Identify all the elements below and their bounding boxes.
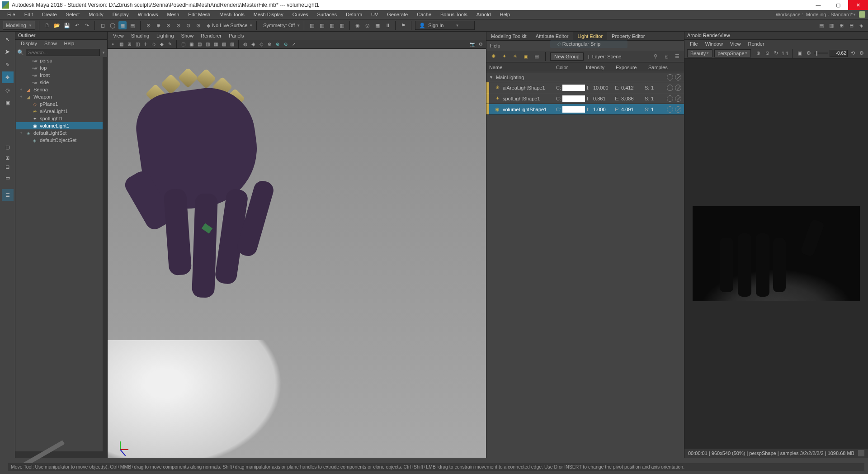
col-name[interactable]: Name <box>489 65 556 70</box>
light-enable-icon[interactable] <box>667 85 673 91</box>
menu-bonustools[interactable]: Bonus Tools <box>436 11 472 18</box>
outliner-item[interactable]: ▪▰side <box>16 79 103 86</box>
snap-proj-icon[interactable]: ⊛ <box>194 21 202 29</box>
snap-curve-icon[interactable]: ▤ <box>128 21 137 29</box>
snap-grid-icon[interactable]: ▦ <box>118 21 127 29</box>
menu-file[interactable]: File <box>3 11 20 18</box>
light-row[interactable]: ✦spotLightShape1C:I:0.861E:3.086S:1 <box>486 93 684 104</box>
outliner-item[interactable]: +◢Senna <box>16 86 103 93</box>
vp-ic-1[interactable]: ⌖ <box>109 41 117 48</box>
menu-meshtools[interactable]: Mesh Tools <box>215 11 249 18</box>
timeline-ic3[interactable]: ▥ <box>328 21 336 29</box>
light-isolate-icon[interactable] <box>675 106 681 113</box>
tab-modeling-toolkit[interactable]: Modeling Toolkit <box>486 32 531 40</box>
outliner-item[interactable]: +◈defaultLightSet <box>16 129 103 137</box>
aov-dropdown[interactable]: Beauty▼ <box>687 49 712 57</box>
layer-label[interactable]: Layer: Scene <box>592 54 622 59</box>
select-mode-icon[interactable]: ◻ <box>99 21 107 29</box>
shelf-ic-a[interactable]: ▤ <box>817 21 826 29</box>
search-chevron-icon[interactable]: ▼ <box>102 51 105 55</box>
rv-exposure-slider[interactable] <box>814 52 828 54</box>
snap-point-icon[interactable]: ⊙ <box>144 21 152 29</box>
workspace-chevron-icon[interactable]: ▼ <box>853 13 856 17</box>
outliner-toggle-icon[interactable]: ☰ <box>2 189 14 201</box>
render-ic3[interactable]: ▦ <box>373 21 382 29</box>
symmetry-dropdown[interactable]: Symmetry: Off▼ <box>263 23 300 28</box>
menu-deform[interactable]: Deform <box>341 11 367 18</box>
menu-mesh[interactable]: Mesh <box>162 11 184 18</box>
select-tool-icon[interactable]: ↖ <box>2 33 14 45</box>
signin-button[interactable]: 👤 Sign In ▼ <box>415 21 475 30</box>
vp-ic-12[interactable]: ▥ <box>204 41 211 48</box>
outliner-menu-display[interactable]: Display <box>18 41 40 47</box>
open-scene-icon[interactable]: 📂 <box>53 21 61 29</box>
vp-ic-17[interactable]: ◉ <box>250 41 257 48</box>
menu-display[interactable]: Display <box>108 11 133 18</box>
vp-menu-show[interactable]: Show <box>179 33 197 38</box>
menu-create[interactable]: Create <box>38 11 61 18</box>
timeline-ic1[interactable]: ▥ <box>308 21 316 29</box>
lasso-tool-icon[interactable]: ⮞ <box>2 46 14 58</box>
rv-exposure-input[interactable] <box>830 50 848 57</box>
menu-help[interactable]: Help <box>495 11 515 18</box>
workspace-value[interactable]: Modeling - Standard* <box>806 12 853 17</box>
close-button[interactable]: ✕ <box>848 0 868 10</box>
menu-meshdisplay[interactable]: Mesh Display <box>249 11 288 18</box>
light-enable-icon[interactable] <box>667 106 673 113</box>
snap-live-icon[interactable]: ⊘ <box>174 21 182 29</box>
rv-region-icon[interactable]: ⊙ <box>764 49 771 57</box>
group-isolate-icon[interactable] <box>675 74 681 81</box>
outliner-item[interactable]: ▪▰top <box>16 64 103 71</box>
viewport-3d[interactable] <box>108 49 486 458</box>
group-enable-icon[interactable] <box>667 74 673 81</box>
lock-icon[interactable] <box>859 11 865 18</box>
snap-mag-icon[interactable]: ⊚ <box>184 21 192 29</box>
outliner-item[interactable]: ◇pPlane1 <box>16 100 103 108</box>
menu-select[interactable]: Select <box>61 11 85 18</box>
shelf-ic-d[interactable]: ⊟ <box>847 21 855 29</box>
shelf-ic-e[interactable]: ◈ <box>857 21 865 29</box>
vp-menu-shading[interactable]: Shading <box>128 33 152 38</box>
vp-ic-22[interactable]: ↗ <box>290 41 297 48</box>
outliner-item[interactable]: +◢Weapon <box>16 93 103 100</box>
new-group-button[interactable]: New Group <box>550 52 584 61</box>
col-samples[interactable]: Samples <box>648 65 668 70</box>
renderview-canvas[interactable] <box>684 59 868 449</box>
scale-tool-icon[interactable]: ▣ <box>2 97 14 109</box>
render-flag-icon[interactable]: ⚑ <box>399 21 407 29</box>
menu-generate[interactable]: Generate <box>382 11 412 18</box>
menu-modify[interactable]: Modify <box>84 11 108 18</box>
menu-surfaces[interactable]: Surfaces <box>313 11 341 18</box>
color-swatch[interactable] <box>562 95 585 102</box>
vp-menu-view[interactable]: View <box>110 33 127 38</box>
vp-ic-14[interactable]: ▧ <box>220 41 227 48</box>
outliner-item[interactable]: ▪▰persp <box>16 57 103 64</box>
rv-reset-icon[interactable]: ⟲ <box>849 49 857 57</box>
layout-single-icon[interactable]: ▢ <box>2 141 14 153</box>
render-ic2[interactable]: ◎ <box>363 21 372 29</box>
light-group-name[interactable]: MainLighting <box>496 75 524 80</box>
outliner-hscrollbar[interactable] <box>15 451 107 458</box>
vp-ic-11[interactable]: ▤ <box>196 41 203 48</box>
le-options-icon[interactable]: ☰ <box>673 52 681 61</box>
tab-property-editor[interactable]: Property Editor <box>607 32 649 40</box>
vp-ic-20[interactable]: ⊜ <box>274 41 281 48</box>
vp-ic-cam[interactable]: 📷 <box>469 41 476 48</box>
shelf-ic-c[interactable]: ⊞ <box>837 21 845 29</box>
rv-menu-window[interactable]: Window <box>703 41 726 47</box>
light-isolate-icon[interactable] <box>675 85 681 91</box>
render-ic4[interactable]: ⏸ <box>383 21 392 29</box>
no-live-surface[interactable]: ◆ No Live Surface▼ <box>207 23 253 28</box>
light-group-row[interactable]: ▼ MainLighting <box>486 72 684 82</box>
outliner-vscrollbar[interactable] <box>103 57 107 451</box>
group-expand-icon[interactable]: ▼ <box>489 75 493 80</box>
vp-ic-18[interactable]: ◎ <box>258 41 265 48</box>
editor-help-menu[interactable]: Help <box>490 43 500 48</box>
menu-edit[interactable]: Edit <box>20 11 38 18</box>
minimize-button[interactable]: — <box>808 0 828 10</box>
le-filter-icon[interactable]: ⚲ <box>651 52 660 61</box>
vp-menu-panels[interactable]: Panels <box>226 33 247 38</box>
color-swatch[interactable] <box>562 106 585 113</box>
outliner-item[interactable]: ✦spotLight1 <box>16 115 103 122</box>
rv-refresh-icon[interactable]: ↻ <box>773 49 780 57</box>
